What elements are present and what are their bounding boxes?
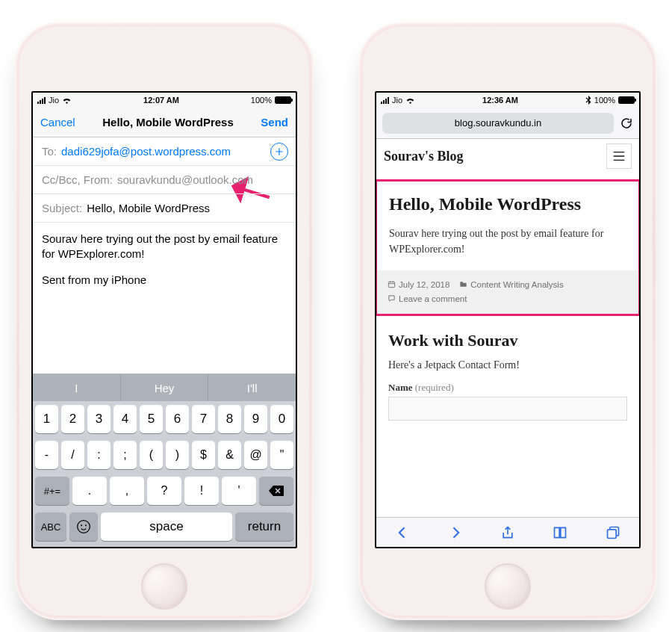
prediction-2[interactable]: Hey — [120, 374, 208, 401]
safari-screen: Jio 12:36 AM 100% blog.souravkundu.in — [375, 91, 641, 548]
key-7[interactable]: 7 — [192, 405, 215, 433]
prediction-1[interactable]: I — [33, 374, 120, 401]
form-label-name: Name (required) — [388, 382, 627, 394]
svg-point-3 — [85, 524, 87, 526]
name-input[interactable] — [388, 397, 627, 421]
share-button[interactable] — [500, 524, 516, 541]
carrier-label: Jio — [392, 96, 402, 105]
ccbcc-label: Cc/Bcc, From: — [42, 173, 113, 186]
blog-title[interactable]: Sourav's Blog — [384, 149, 464, 164]
keyboard: I Hey I'll 1 2 3 4 5 6 7 8 9 0 - — [33, 374, 296, 547]
key-apos[interactable]: ' — [222, 477, 256, 505]
key-period[interactable]: . — [72, 477, 107, 505]
key-return[interactable]: return — [235, 512, 293, 541]
battery-percent: 100% — [594, 96, 615, 105]
body-line-1: Sourav here trying out the post by email… — [42, 232, 287, 262]
key-abc[interactable]: ABC — [35, 512, 66, 541]
home-button[interactable] — [141, 563, 187, 610]
battery-icon — [275, 96, 291, 104]
key-emoji[interactable] — [69, 512, 98, 541]
menu-button[interactable] — [606, 143, 632, 169]
blog-header: Sourav's Blog — [376, 139, 639, 179]
status-bar: Jio 12:07 AM 100% — [33, 93, 296, 108]
key-0[interactable]: 0 — [270, 405, 293, 433]
back-button[interactable] — [394, 524, 411, 541]
compose-body[interactable]: Sourav here trying out the post by email… — [33, 223, 296, 374]
signal-icon — [381, 97, 389, 104]
key-rparen[interactable]: ) — [166, 441, 189, 469]
key-5[interactable]: 5 — [140, 405, 163, 433]
post-body: Sourav here trying out the post by email… — [389, 226, 626, 257]
phone-right: Jio 12:36 AM 100% blog.souravkundu.in — [358, 22, 657, 620]
key-qmark[interactable]: ? — [147, 477, 181, 505]
key-dash[interactable]: - — [35, 441, 58, 469]
post-category[interactable]: Content Writing Analysis — [470, 280, 563, 289]
section-title: Work with Sourav — [388, 331, 627, 350]
body-line-2: Sent from my iPhone — [42, 273, 287, 288]
ccbcc-value: souravkundu@outlook.com — [117, 173, 253, 186]
key-4[interactable]: 4 — [113, 405, 137, 433]
home-button[interactable] — [485, 563, 531, 610]
forward-button[interactable] — [447, 524, 464, 541]
to-field[interactable]: To: dadi629jofa@post.wordpress.com — [33, 137, 296, 166]
key-slash[interactable]: / — [61, 441, 84, 469]
url-text: blog.souravkundu.in — [455, 117, 541, 128]
battery-icon — [618, 96, 635, 104]
url-field[interactable]: blog.souravkundu.in — [382, 113, 614, 134]
mail-compose-screen: Jio 12:07 AM 100% Cancel Hello, Mobile W… — [31, 91, 297, 548]
add-contact-button[interactable] — [270, 143, 288, 161]
key-space[interactable]: space — [101, 512, 232, 541]
key-3[interactable]: 3 — [87, 405, 111, 433]
bookmarks-button[interactable] — [552, 524, 568, 541]
subject-value: Hello, Mobile WordPress — [87, 202, 210, 214]
subject-field[interactable]: Subject: Hello, Mobile WordPress — [33, 194, 296, 223]
compose-title: Hello, Mobile WordPress — [75, 116, 261, 128]
svg-rect-4 — [388, 282, 394, 287]
form-label-text: Name — [388, 382, 413, 393]
key-lparen[interactable]: ( — [140, 441, 163, 469]
ccbcc-field[interactable]: Cc/Bcc, From: souravkundu@outlook.com — [33, 166, 296, 194]
post-title[interactable]: Hello, Mobile WordPress — [389, 193, 626, 215]
key-6[interactable]: 6 — [166, 405, 189, 433]
status-bar: Jio 12:36 AM 100% — [376, 93, 639, 108]
key-row-3: #+= . , ? ! ' — [33, 473, 296, 509]
key-2[interactable]: 2 — [61, 405, 84, 433]
carrier-label: Jio — [49, 96, 59, 105]
key-row-2: - / : ; ( ) $ & @ " — [33, 437, 296, 473]
key-excl[interactable]: ! — [184, 477, 219, 505]
post-comments-link[interactable]: Leave a comment — [399, 294, 467, 303]
key-9[interactable]: 9 — [244, 405, 267, 433]
post-card-highlighted: Hello, Mobile WordPress Sourav here tryi… — [376, 179, 639, 316]
section-body: Here's a Jetpack Contact Form! — [388, 359, 627, 371]
hamburger-icon — [613, 151, 625, 161]
cancel-button[interactable]: Cancel — [40, 116, 75, 128]
key-symbols[interactable]: #+= — [35, 477, 69, 505]
send-button[interactable]: Send — [261, 116, 288, 128]
subject-label: Subject: — [42, 202, 82, 214]
svg-rect-6 — [607, 529, 616, 538]
post-date[interactable]: July 12, 2018 — [399, 280, 449, 289]
calendar-icon — [388, 279, 396, 292]
key-comma[interactable]: , — [110, 477, 144, 505]
to-value: dadi629jofa@post.wordpress.com — [61, 145, 231, 158]
tabs-button[interactable] — [605, 524, 621, 541]
key-row-4: ABC space return — [33, 509, 296, 547]
prediction-3[interactable]: I'll — [208, 374, 296, 401]
key-delete[interactable] — [259, 477, 293, 505]
form-label-required: (required) — [415, 382, 454, 393]
key-row-1: 1 2 3 4 5 6 7 8 9 0 — [33, 401, 296, 437]
key-8[interactable]: 8 — [218, 405, 241, 433]
key-colon[interactable]: : — [87, 441, 111, 469]
key-dollar[interactable]: $ — [192, 441, 215, 469]
page-content[interactable]: Sourav's Blog Hello, Mobile WordPress So… — [376, 139, 639, 517]
key-1[interactable]: 1 — [35, 405, 58, 433]
key-at[interactable]: @ — [244, 441, 267, 469]
key-semi[interactable]: ; — [113, 441, 137, 469]
key-quote[interactable]: " — [270, 441, 293, 469]
phone-left: Jio 12:07 AM 100% Cancel Hello, Mobile W… — [15, 22, 314, 620]
emoji-icon — [76, 519, 91, 534]
post-meta: July 12, 2018 Content Writing Analysis L… — [377, 270, 638, 314]
refresh-icon[interactable] — [620, 117, 633, 130]
key-amp[interactable]: & — [218, 441, 241, 469]
svg-point-2 — [81, 524, 82, 526]
